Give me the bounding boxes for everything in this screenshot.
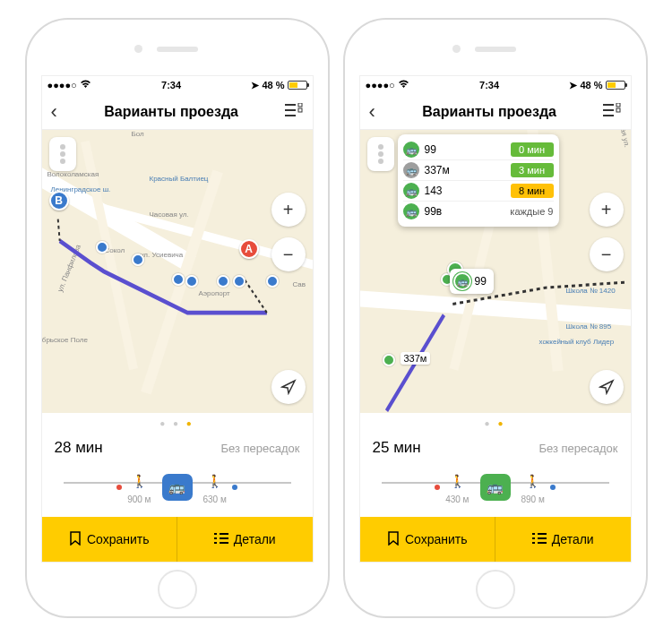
- map-label: Сав: [293, 280, 306, 288]
- zoom-in-button[interactable]: +: [271, 193, 306, 227]
- zoom-out-button[interactable]: −: [271, 237, 306, 271]
- clock: 7:34: [161, 80, 181, 90]
- camera-dot: [134, 45, 142, 53]
- bus-icon: 🚌: [162, 474, 193, 501]
- home-button[interactable]: [158, 570, 197, 609]
- map-label: Ташкентская ул.: [611, 130, 630, 148]
- route-number: 99: [425, 143, 505, 156]
- list-icon[interactable]: [285, 103, 303, 121]
- arrival-row[interactable]: 🚌 99в каждые 9: [403, 201, 554, 221]
- map-label: хоккейный клуб Лидер: [539, 338, 615, 346]
- walk-segment[interactable]: 🚶 430 м: [440, 469, 474, 504]
- page-title: Варианты проезда: [422, 104, 556, 120]
- details-label: Детали: [552, 532, 594, 546]
- locate-button[interactable]: [590, 370, 624, 404]
- map-label: ябрьское Поле: [42, 336, 88, 344]
- arrival-row[interactable]: 🚌 337м 3 мин: [403, 159, 554, 180]
- duration: 25 мин: [373, 439, 421, 457]
- arrival-time: 0 мин: [511, 142, 554, 157]
- back-button[interactable]: ‹: [51, 100, 57, 124]
- map-label: Школа № 1420: [566, 287, 616, 295]
- map-label: ул. Панфилова: [56, 244, 82, 294]
- list-icon: [214, 532, 228, 546]
- bus-stop-icon[interactable]: [172, 273, 185, 286]
- bus-icon: 🚌: [403, 183, 419, 199]
- bus-stop-icon[interactable]: [185, 275, 198, 288]
- bus-stop-icon[interactable]: [217, 275, 229, 288]
- walk-icon: 🚶: [127, 469, 151, 493]
- screen: ●●●●○ 7:34 ➤ 48 % ‹ Варианты проезда: [41, 75, 314, 563]
- list-icon: [532, 532, 547, 546]
- bus-segment[interactable]: 🚌: [475, 474, 516, 501]
- details-button[interactable]: Детали: [177, 517, 313, 562]
- arrival-row[interactable]: 🚌 143 8 мин: [403, 180, 554, 201]
- walk-segment[interactable]: 🚶 890 м: [516, 469, 550, 504]
- transfers-note: Без пересадок: [538, 442, 617, 455]
- map-label: Школа № 895: [566, 322, 612, 331]
- route-segments: 🚶 900 м 🚌 🚶 630 м: [42, 466, 313, 517]
- walk-segment[interactable]: 🚶 630 м: [198, 469, 232, 504]
- signal-icon: ●●●●○: [47, 80, 77, 90]
- svg-rect-0: [298, 103, 302, 107]
- bus-stop-icon[interactable]: [233, 275, 246, 288]
- navbar: ‹ Варианты проезда: [42, 94, 313, 130]
- segment-distance: 630 м: [203, 494, 227, 504]
- action-bar: Сохранить Детали: [42, 517, 313, 562]
- bus-stop-icon[interactable]: [132, 254, 144, 266]
- traffic-button[interactable]: [367, 137, 394, 171]
- page-dots[interactable]: ● ●: [360, 413, 631, 434]
- map-label: Красный Балтиец: [150, 175, 209, 183]
- phone-right: ●●●●○ 7:34 ➤ 48 % ‹ Варианты проезда: [343, 18, 648, 618]
- map-label: Волоколамская: [47, 170, 99, 178]
- arrivals-popup[interactable]: 🚌 99 0 мин 🚌 337м 3 мин 🚌 143 8 мин 🚌 99…: [398, 134, 559, 227]
- phone-left: ●●●●○ 7:34 ➤ 48 % ‹ Варианты проезда: [25, 18, 330, 618]
- distance-label: 337м: [401, 352, 431, 365]
- stop-mini-popup[interactable]: 🚌 99: [450, 269, 494, 294]
- route-segments: 🚶 430 м 🚌 🚶 890 м: [360, 466, 631, 517]
- bus-segment[interactable]: 🚌: [157, 474, 198, 501]
- route-summary: 25 мин Без пересадок: [360, 434, 631, 466]
- bus-stop-icon[interactable]: [266, 275, 279, 288]
- svg-rect-1: [298, 108, 302, 112]
- details-button[interactable]: Детали: [495, 517, 631, 562]
- wifi-icon: [398, 80, 409, 90]
- map[interactable]: Ташкентская ул. Школа № 1420 Школа № 895…: [360, 130, 631, 413]
- marker-b[interactable]: B: [49, 191, 69, 211]
- bus-stop-icon[interactable]: [383, 354, 395, 366]
- map-label: Аэропорт: [199, 289, 230, 297]
- route-end-dot: [232, 485, 237, 490]
- battery-text: 48 %: [580, 80, 602, 90]
- bus-icon: 🚌: [403, 203, 419, 219]
- screen: ●●●●○ 7:34 ➤ 48 % ‹ Варианты проезда: [359, 75, 632, 563]
- home-button[interactable]: [476, 570, 515, 609]
- map[interactable]: Волоколамская Красный Балтиец Ленинградс…: [42, 130, 313, 413]
- zoom-out-button[interactable]: −: [590, 237, 624, 271]
- walk-icon: 🚶: [521, 469, 545, 493]
- zoom-in-button[interactable]: +: [590, 193, 624, 227]
- bus-icon: 🚌: [403, 142, 419, 158]
- traffic-button[interactable]: [49, 137, 76, 171]
- signal-icon: ●●●●○: [366, 80, 395, 90]
- map-label: ул. Усиевича: [141, 251, 184, 259]
- segment-distance: 900 м: [127, 494, 151, 504]
- battery-text: 48 %: [262, 80, 284, 90]
- arrival-row[interactable]: 🚌 99 0 мин: [403, 140, 554, 159]
- walk-segment[interactable]: 🚶 900 м: [122, 469, 156, 504]
- bus-stop-icon[interactable]: [96, 241, 108, 254]
- route-number: 99: [475, 275, 487, 288]
- map-label: Часовая ул.: [150, 211, 189, 219]
- arrival-time: 3 мин: [511, 163, 554, 177]
- status-bar: ●●●●○ 7:34 ➤ 48 %: [360, 76, 631, 94]
- save-button[interactable]: Сохранить: [42, 517, 177, 562]
- marker-a[interactable]: A: [239, 239, 259, 259]
- save-button[interactable]: Сохранить: [360, 517, 495, 562]
- list-icon[interactable]: [603, 103, 621, 121]
- page-dots[interactable]: ● ● ●: [42, 413, 313, 434]
- location-icon: ➤: [251, 80, 259, 91]
- bus-icon: 🚌: [453, 272, 471, 290]
- back-button[interactable]: ‹: [369, 100, 375, 124]
- bookmark-icon: [69, 531, 82, 548]
- locate-button[interactable]: [271, 370, 306, 404]
- location-icon: ➤: [569, 80, 577, 91]
- duration: 28 мин: [55, 439, 103, 457]
